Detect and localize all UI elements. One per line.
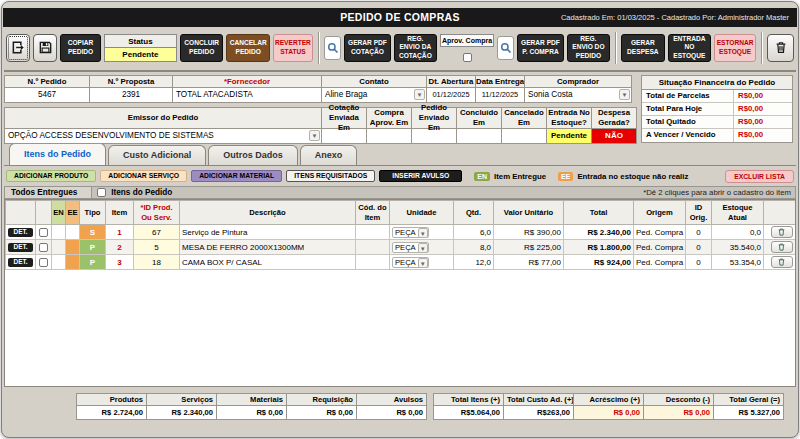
proposal-number-value[interactable]: 2391	[89, 88, 173, 103]
requested-items-button[interactable]: ITENS REQUISITADOS	[286, 170, 375, 182]
total-label: Produtos	[76, 393, 147, 406]
total-value[interactable]: R$ 0,00	[573, 406, 644, 420]
tab-outros-dados[interactable]: Outros Dados	[208, 145, 298, 165]
qty-cell[interactable]: 8,0	[454, 240, 494, 255]
issuer-select[interactable]: OPÇÃO ACCESS DESENVOLVIMENTO DE SISTEMAS…	[4, 129, 322, 144]
total-value[interactable]: R$ 0,00	[643, 406, 714, 420]
approve-purchase-checkbox[interactable]	[463, 53, 472, 62]
row-delivered-checkbox[interactable]	[39, 228, 48, 237]
order-number-value[interactable]: 5467	[4, 88, 90, 103]
row-delete-button[interactable]	[771, 256, 793, 268]
id-prod-cell[interactable]: 67	[134, 225, 180, 240]
financial-label: Total de Parcelas	[642, 90, 734, 102]
chevron-down-icon[interactable]: ▾	[418, 243, 428, 253]
tab-custo-adicional[interactable]: Custo Adicional	[108, 145, 206, 165]
item-code-cell[interactable]	[356, 240, 390, 255]
item-number-cell: 3	[106, 255, 134, 270]
tab-anexo[interactable]: Anexo	[300, 145, 358, 165]
description-cell[interactable]: CAMA BOX P/ CASAL	[180, 255, 356, 270]
unit-value-cell[interactable]: R$ 77,00	[494, 255, 564, 270]
row-delete-button[interactable]	[771, 226, 793, 238]
add-product-button[interactable]: ADICIONAR PRODUTO	[6, 170, 96, 182]
unit-select[interactable]: PEÇA▾	[392, 257, 429, 268]
ee-cell	[66, 225, 80, 240]
buyer-label: Comprador	[524, 75, 632, 88]
id-prod-cell[interactable]: 5	[134, 240, 180, 255]
cancel-order-button[interactable]: CANCELAR PEDIDO	[226, 34, 269, 62]
total-value: R$5.064,00	[433, 406, 504, 420]
total-label: Materiais	[216, 393, 287, 406]
chevron-down-icon[interactable]: ▾	[418, 258, 428, 268]
reverse-stock-button[interactable]: ESTORNAR ESTOQUE	[714, 34, 756, 62]
en-header: EN	[52, 201, 66, 225]
insert-loose-item-button[interactable]: INSERIR AVULSO	[379, 170, 462, 182]
generate-pdf-purchase-button[interactable]: GERAR PDF P. COMPRA	[517, 34, 563, 62]
origin-cell: Ped. Compra	[634, 255, 686, 270]
copy-order-button[interactable]: COPIAR PEDIDO	[60, 34, 101, 62]
register-quote-send-button[interactable]: REG. ENVIO DA COTAÇÃO	[394, 34, 437, 62]
delete-order-button[interactable]	[767, 34, 794, 62]
chevron-down-icon[interactable]: ▾	[418, 228, 428, 238]
save-button[interactable]	[33, 34, 57, 62]
chevron-down-icon[interactable]: ▾	[619, 89, 630, 100]
detail-button[interactable]: DET.	[8, 228, 32, 237]
table-row: DET. S 1 67 Serviço de Pintura PEÇA▾ 6,0…	[6, 225, 797, 240]
qty-cell[interactable]: 6,0	[454, 225, 494, 240]
unit-select[interactable]: PEÇA▾	[392, 242, 429, 253]
conclude-order-button[interactable]: CONCLUIR PEDIDO	[180, 34, 223, 62]
total-value: R$ 0,00	[286, 406, 357, 420]
row-delete-button[interactable]	[771, 241, 793, 253]
generate-expense-button[interactable]: GERAR DESPESA	[621, 34, 664, 62]
unit-value: PEÇA	[395, 258, 416, 267]
item-code-cell[interactable]	[356, 255, 390, 270]
id-prod-cell[interactable]: 18	[134, 255, 180, 270]
register-order-send-button[interactable]: REG. ENVIO DO PEDIDO	[567, 34, 610, 62]
approve-purchase-box: Aprov. Compra	[440, 34, 494, 62]
qty-cell[interactable]: 12,0	[454, 255, 494, 270]
total-cell: R$ 2.340,00	[564, 225, 634, 240]
item-code-header: Cód. do Item	[356, 201, 390, 225]
search-quote-button[interactable]	[324, 36, 341, 60]
stock-entry-button[interactable]: ENTRADA NO ESTOQUE	[668, 34, 711, 62]
item-code-cell[interactable]	[356, 225, 390, 240]
item-header: Item	[106, 201, 134, 225]
delivery-date-value[interactable]: 11/12/2025	[475, 88, 525, 103]
generate-pdf-quote-button[interactable]: GERAR PDF COTAÇÃO	[344, 34, 390, 62]
buyer-select[interactable]: Sonia Costa▾	[524, 88, 632, 103]
order-form: N.º Pedido 5467 N.º Proposta 2391 *Forne…	[4, 70, 796, 140]
description-cell[interactable]: MESA DE FERRO 2000X1300MM	[180, 240, 356, 255]
search-icon	[500, 42, 512, 54]
exit-button[interactable]	[6, 34, 30, 62]
delete-list-button[interactable]: EXCLUIR LISTA	[725, 170, 794, 183]
toolbar-separator	[318, 32, 319, 64]
chevron-down-icon[interactable]: ▾	[414, 89, 425, 100]
revert-status-button[interactable]: REVERTER STATUS	[273, 34, 313, 62]
total-label: Serviços	[146, 393, 217, 406]
contact-value: Aline Braga	[325, 90, 367, 99]
en-badge: EN	[474, 172, 490, 181]
add-service-button[interactable]: ADICIONAR SERVIÇO	[100, 170, 187, 182]
search-purchase-button[interactable]	[497, 36, 514, 60]
chevron-down-icon[interactable]: ▾	[309, 130, 320, 141]
contact-select[interactable]: Aline Braga▾	[321, 88, 427, 103]
add-material-button[interactable]: ADICIONAR MATERIAL	[191, 170, 282, 182]
detail-button[interactable]: DET.	[8, 258, 32, 267]
supplier-value[interactable]: TOTAL ATACADISTA	[172, 88, 322, 103]
tipo-header: Tipo	[80, 201, 106, 225]
detail-button[interactable]: DET.	[8, 243, 32, 252]
description-cell[interactable]: Serviço de Pintura	[180, 225, 356, 240]
tipo-cell: P	[80, 255, 106, 270]
row-delivered-checkbox[interactable]	[39, 258, 48, 267]
all-delivered-checkbox[interactable]	[97, 188, 106, 197]
open-date-value[interactable]: 01/12/2025	[426, 88, 476, 103]
unit-value-cell[interactable]: R$ 390,00	[494, 225, 564, 240]
tab-itens-do-pedido[interactable]: Itens do Pedido	[9, 143, 106, 165]
proposal-number-field: N.º Proposta 2391	[89, 75, 173, 103]
row-delivered-checkbox[interactable]	[39, 243, 48, 252]
supplier-field: *Fornecedor TOTAL ATACADISTA	[172, 75, 322, 103]
ee-badge: EE	[558, 172, 573, 181]
financial-value: R$0,00	[734, 103, 792, 115]
unit-value-cell[interactable]: R$ 225,00	[494, 240, 564, 255]
acrescimo: Acréscimo (+) R$ 0,00	[573, 393, 644, 420]
unit-select[interactable]: PEÇA▾	[392, 227, 429, 238]
